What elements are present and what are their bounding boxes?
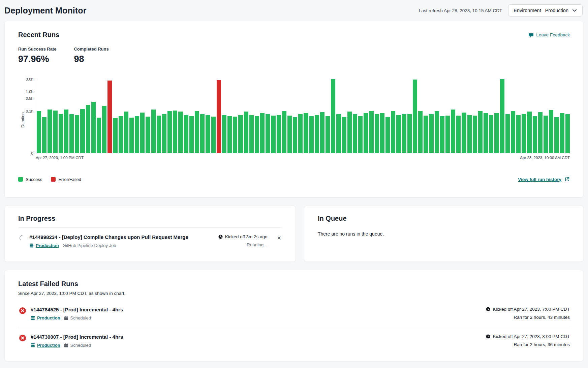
close-icon[interactable]: ✕ (276, 235, 282, 242)
chart-bar-success[interactable] (429, 114, 433, 153)
chart-bar-success[interactable] (347, 112, 352, 153)
chart-bar-failed[interactable] (217, 80, 221, 153)
chart-bar-success[interactable] (97, 118, 101, 153)
chart-bar-success[interactable] (42, 117, 47, 153)
chart-bar-success[interactable] (375, 114, 379, 153)
chart-bar-success[interactable] (533, 116, 537, 153)
chart-bar-success[interactable] (380, 113, 384, 153)
chart-bar-success[interactable] (195, 111, 199, 153)
chart-bar-success[interactable] (222, 115, 226, 153)
chart-bar-success[interactable] (167, 111, 172, 153)
chart-bar-success[interactable] (162, 114, 166, 153)
chart-bar-success[interactable] (298, 114, 303, 153)
chart-bar-success[interactable] (102, 106, 106, 153)
chart-bar-success[interactable] (511, 111, 515, 153)
chart-bar-success[interactable] (282, 111, 286, 153)
chart-bar-success[interactable] (353, 114, 357, 153)
chart-bar-success[interactable] (473, 116, 477, 153)
chart-bar-success[interactable] (48, 110, 52, 153)
chart-bar-success[interactable] (560, 113, 564, 153)
production-environment-link[interactable]: Production (31, 343, 60, 348)
chart-bar-success[interactable] (37, 111, 41, 153)
chart-bar-success[interactable] (456, 116, 461, 153)
chart-bar-success[interactable] (358, 116, 363, 153)
view-full-run-history-link[interactable]: View full run history (518, 177, 570, 182)
chart-bar-success[interactable] (119, 116, 123, 153)
chart-bar-success[interactable] (200, 114, 205, 153)
chart-bar-success[interactable] (146, 117, 150, 153)
chart-bar-success[interactable] (271, 116, 275, 153)
chart-bar-success[interactable] (260, 113, 265, 153)
chart-bar-success[interactable] (435, 111, 439, 153)
chart-bar-success[interactable] (320, 112, 324, 153)
chart-bar-success[interactable] (266, 114, 270, 153)
chart-bar-success[interactable] (331, 79, 335, 153)
chart-bar-success[interactable] (544, 116, 548, 153)
chart-bar-success[interactable] (478, 111, 483, 153)
chart-bar-success[interactable] (451, 110, 455, 153)
chart-bar-success[interactable] (211, 117, 216, 153)
chart-bar-success[interactable] (315, 115, 319, 153)
chart-bar-success[interactable] (522, 114, 526, 153)
chart-bar-success[interactable] (129, 118, 134, 153)
chart-bar-success[interactable] (336, 114, 341, 153)
leave-feedback-button[interactable]: Leave Feedback (528, 32, 570, 38)
chart-bar-success[interactable] (494, 113, 499, 153)
chart-bar-success[interactable] (238, 115, 243, 153)
environment-dropdown[interactable]: Environment Production (508, 4, 583, 17)
production-environment-link[interactable]: Production (31, 315, 60, 320)
chart-bar-success[interactable] (206, 115, 210, 153)
chart-bar-success[interactable] (64, 110, 68, 153)
production-environment-link[interactable]: Production (29, 243, 59, 248)
chart-bar-success[interactable] (565, 114, 570, 153)
chart-bar-success[interactable] (505, 114, 510, 153)
chart-bar-success[interactable] (249, 115, 254, 153)
chart-bar-success[interactable] (113, 118, 117, 153)
chart-bar-success[interactable] (227, 116, 232, 153)
chart-bar-success[interactable] (369, 111, 373, 153)
chart-bar-success[interactable] (418, 111, 423, 153)
chart-bar-success[interactable] (304, 113, 308, 153)
chart-bar-failed[interactable] (107, 81, 112, 153)
chart-bar-success[interactable] (53, 111, 58, 153)
chart-bar-success[interactable] (178, 112, 183, 153)
chart-bar-success[interactable] (91, 102, 96, 153)
chart-bar-success[interactable] (489, 115, 493, 153)
chart-bar-success[interactable] (140, 113, 145, 153)
chart-bar-success[interactable] (342, 117, 346, 153)
chart-bar-success[interactable] (80, 109, 85, 153)
chart-bar-success[interactable] (151, 110, 156, 153)
chart-bar-success[interactable] (293, 117, 297, 153)
chart-bar-success[interactable] (173, 111, 177, 153)
chart-bar-success[interactable] (440, 116, 444, 153)
chart-bar-success[interactable] (277, 115, 281, 153)
chart-bar-success[interactable] (244, 112, 248, 153)
chart-bar-success[interactable] (86, 105, 90, 153)
chart-bar-success[interactable] (500, 79, 504, 153)
chart-bar-success[interactable] (189, 116, 194, 153)
chart-bar-success[interactable] (462, 113, 466, 153)
chart-bar-success[interactable] (516, 115, 521, 153)
chart-bar-success[interactable] (326, 116, 330, 153)
chart-bar-success[interactable] (309, 116, 314, 153)
chart-bar-success[interactable] (402, 114, 406, 153)
chart-bar-success[interactable] (184, 115, 188, 153)
chart-bar-success[interactable] (413, 80, 417, 153)
chart-bar-success[interactable] (157, 116, 161, 153)
chart-bar-success[interactable] (445, 116, 450, 153)
chart-bar-success[interactable] (287, 116, 292, 153)
chart-bar-success[interactable] (233, 117, 237, 153)
chart-bar-success[interactable] (484, 113, 488, 153)
chart-bar-success[interactable] (364, 113, 368, 153)
chart-bar-success[interactable] (135, 116, 139, 153)
chart-bar-success[interactable] (75, 115, 79, 153)
chart-bar-success[interactable] (59, 114, 63, 153)
chart-bar-success[interactable] (407, 114, 412, 153)
chart-bar-success[interactable] (538, 112, 543, 153)
chart-bar-success[interactable] (527, 112, 531, 153)
chart-bar-success[interactable] (549, 110, 553, 153)
chart-bar-success[interactable] (424, 116, 428, 153)
chart-bar-success[interactable] (554, 117, 559, 153)
chart-bar-success[interactable] (124, 112, 128, 153)
chart-bar-success[interactable] (391, 111, 395, 153)
